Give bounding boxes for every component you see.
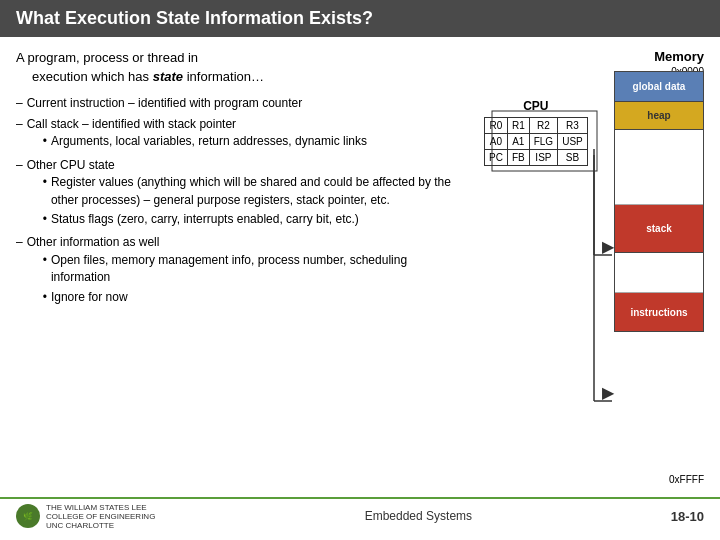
header-title: What Execution State Information Exists?: [16, 8, 373, 28]
footer-course: Embedded Systems: [365, 509, 472, 523]
reg-flg: FLG: [529, 134, 557, 150]
memory-section-stack: stack: [615, 205, 703, 253]
table-row: PC FB ISP SB: [485, 150, 588, 166]
sub-bullets-callstack: • Arguments, local variables, return add…: [27, 133, 367, 150]
list-item: • Ignore for now: [43, 289, 468, 306]
memory-section-heap: heap: [615, 102, 703, 130]
bullet-other-cpu: Other CPU state • Register values (anyth…: [27, 157, 468, 231]
reg-a1: A1: [507, 134, 529, 150]
intro-indent: execution which has state information…: [16, 69, 264, 84]
dash-icon: –: [16, 234, 23, 308]
intro-line1: A program, process or thread in: [16, 50, 198, 65]
list-item: – Call stack – identified with stack poi…: [16, 116, 468, 153]
memory-block: global data heap stack instructions: [614, 71, 704, 332]
reg-fb: FB: [507, 150, 529, 166]
bullet-current-instruction: Current instruction – identified with pr…: [27, 95, 302, 112]
reg-usp: USP: [558, 134, 588, 150]
memory-section-empty1: [615, 130, 703, 205]
list-item: – Other CPU state • Register values (any…: [16, 157, 468, 231]
reg-pc: PC: [485, 150, 508, 166]
reg-r1: R1: [507, 118, 529, 134]
table-row: A0 A1 FLG USP: [485, 134, 588, 150]
reg-a0: A0: [485, 134, 508, 150]
dash-icon: –: [16, 116, 23, 153]
list-item: • Status flags (zero, carry, interrupts …: [43, 211, 468, 228]
right-panel: Memory 0x0000 global data heap stack ins…: [484, 49, 704, 485]
sub-bullets-cpu: • Register values (anything which will b…: [27, 174, 468, 228]
memory-section-instructions: instructions: [615, 293, 703, 331]
dot-icon: •: [43, 289, 47, 306]
cpu-register-table: R0 R1 R2 R3 A0 A1 FLG USP PC FB ISP SB: [484, 117, 588, 166]
footer: 🌿 THE WILLIAM STATES LEE COLLEGE OF ENGI…: [0, 497, 720, 533]
cpu-label: CPU: [484, 99, 588, 113]
reg-isp: ISP: [529, 150, 557, 166]
sub-bullets-info: • Open files, memory management info, pr…: [27, 252, 468, 306]
arrow-stack-icon: ▶: [602, 237, 614, 256]
list-item: – Other information as well • Open files…: [16, 234, 468, 308]
bullet-callstack: Call stack – identified with stack point…: [27, 116, 367, 153]
dot-icon: •: [43, 211, 47, 228]
reg-sb: SB: [558, 150, 588, 166]
reg-r2: R2: [529, 118, 557, 134]
logo-text: 🌿: [23, 512, 33, 521]
logo-icon: 🌿: [16, 504, 40, 528]
memory-section-global: global data: [615, 72, 703, 102]
bullet-other-info: Other information as well • Open files, …: [27, 234, 468, 308]
list-item: • Register values (anything which will b…: [43, 174, 468, 209]
dash-icon: –: [16, 95, 23, 112]
cpu-area: CPU R0 R1 R2 R3 A0 A1 FLG USP PC FB IS: [484, 99, 588, 166]
footer-slide-num: 18-10: [671, 509, 704, 524]
footer-logo: 🌿 THE WILLIAM STATES LEE COLLEGE OF ENGI…: [16, 503, 166, 530]
list-item: • Arguments, local variables, return add…: [43, 133, 367, 150]
reg-r3: R3: [558, 118, 588, 134]
memory-addr-bottom: 0xFFFF: [669, 474, 704, 485]
arrow-instructions-icon: ▶: [602, 383, 614, 402]
reg-r0: R0: [485, 118, 508, 134]
intro-line3: information…: [187, 69, 264, 84]
dot-icon: •: [43, 252, 47, 287]
table-row: R0 R1 R2 R3: [485, 118, 588, 134]
intro-text: A program, process or thread in executio…: [16, 49, 468, 87]
list-item: – Current instruction – identified with …: [16, 95, 468, 112]
dot-icon: •: [43, 174, 47, 209]
footer-logo-text: THE WILLIAM STATES LEE COLLEGE OF ENGINE…: [46, 503, 166, 530]
list-item: • Open files, memory management info, pr…: [43, 252, 468, 287]
memory-section-empty2: [615, 253, 703, 293]
main-bullet-list: – Current instruction – identified with …: [16, 95, 468, 308]
dash-icon: –: [16, 157, 23, 231]
intro-line2: execution which has: [32, 69, 149, 84]
dot-icon: •: [43, 133, 47, 150]
header: What Execution State Information Exists?: [0, 0, 720, 37]
left-panel: A program, process or thread in executio…: [16, 49, 468, 485]
memory-label: Memory: [654, 49, 704, 64]
intro-italic: state: [153, 69, 183, 84]
